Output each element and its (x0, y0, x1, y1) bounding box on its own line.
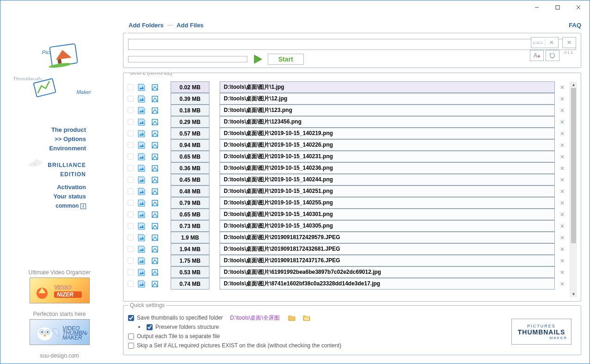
chk-skip-set[interactable] (128, 343, 134, 349)
row-checkbox[interactable] (127, 81, 134, 93)
row-checkbox[interactable] (127, 128, 134, 139)
row-checkbox[interactable] (127, 220, 134, 232)
settings-icon[interactable] (149, 243, 160, 255)
settings-icon[interactable] (149, 255, 160, 266)
preview-icon[interactable] (135, 220, 147, 232)
file-row[interactable]: 0.65 MBD:\tools\桌面\图片\2019-10-15_140231.… (127, 151, 568, 162)
file-row[interactable]: 1.9 MBD:\tools\桌面\图片\20190918172429579.J… (127, 232, 568, 243)
settings-icon[interactable] (149, 81, 160, 93)
row-delete-button[interactable]: ✕ (557, 266, 568, 278)
row-delete-button[interactable]: ✕ (557, 209, 568, 220)
file-row[interactable]: 0.45 MBD:\tools\桌面\图片\2019-10-15_140244.… (127, 174, 568, 185)
preview-icon[interactable] (135, 243, 147, 255)
clear-all-button[interactable]: ✕ (562, 37, 576, 48)
link-environment[interactable]: Environment (5, 144, 86, 153)
settings-icon[interactable] (149, 151, 160, 162)
scroll-up-icon[interactable]: ▲ (570, 81, 577, 88)
row-delete-button[interactable]: ✕ (557, 139, 568, 151)
row-checkbox[interactable] (127, 197, 134, 209)
scroll-thumb[interactable] (571, 88, 576, 243)
tab-add-folders[interactable]: Add Folders (127, 22, 166, 29)
row-checkbox[interactable] (127, 139, 134, 151)
file-row[interactable]: 0.02 MBD:\tools\桌面\图片\1.jpg✕ (127, 81, 568, 93)
close-button[interactable] (568, 2, 589, 12)
row-checkbox[interactable] (127, 162, 134, 174)
font-button[interactable]: AA (530, 50, 544, 61)
link-faq[interactable]: FAQ (569, 22, 581, 29)
minimize-button[interactable] (526, 2, 547, 12)
row-delete-button[interactable]: ✕ (557, 243, 568, 255)
folder-open-icon[interactable] (288, 315, 295, 321)
row-checkbox[interactable] (127, 116, 134, 128)
row-checkbox[interactable] (127, 232, 134, 243)
row-delete-button[interactable]: ✕ (557, 185, 568, 197)
file-row[interactable]: 0.39 MBD:\tools\桌面\图片\12.jpg✕ (127, 93, 568, 105)
preview-icon[interactable] (135, 232, 147, 243)
row-delete-button[interactable]: ✕ (557, 128, 568, 139)
file-row[interactable]: 0.94 MBD:\tools\桌面\图片\2019-10-15_140226.… (127, 139, 568, 151)
file-row[interactable]: 0.53 MBD:\tools\桌面\图片\61991992bea6be3897… (127, 266, 568, 278)
save-path[interactable]: D:\tools\桌面\全屏图 (230, 314, 279, 322)
settings-icon[interactable] (149, 139, 160, 151)
vtm-promo[interactable]: VIDEO THUMBNAILS MAKER (30, 319, 90, 345)
link-options[interactable]: >> Options (5, 135, 86, 144)
file-row[interactable]: 0.74 MBD:\tools\桌面\图片\8741e1602bf38c0a23… (127, 278, 568, 290)
preview-icon[interactable] (135, 209, 147, 220)
ptm-promo[interactable]: PICTURES THUMBNAILS MAKER (511, 319, 572, 345)
start-button[interactable]: Start (268, 54, 304, 65)
file-row[interactable]: 1.75 MBD:\tools\桌面\图片\20190918172437176.… (127, 255, 568, 266)
row-checkbox[interactable] (127, 243, 134, 255)
row-checkbox[interactable] (127, 266, 134, 278)
settings-icon[interactable] (149, 209, 160, 220)
row-delete-button[interactable]: ✕ (557, 278, 568, 290)
preview-icon[interactable] (135, 139, 147, 151)
settings-icon[interactable] (149, 185, 160, 197)
file-row[interactable]: 0.48 MBD:\tools\桌面\图片\2019-10-15_140251.… (127, 185, 568, 197)
row-checkbox[interactable] (127, 151, 134, 162)
row-checkbox[interactable] (127, 185, 134, 197)
link-product[interactable]: The product (5, 125, 86, 135)
row-checkbox[interactable] (127, 105, 134, 116)
file-row[interactable]: 0.79 MBD:\tools\桌面\图片\2019-10-15_140255.… (127, 197, 568, 209)
settings-icon[interactable] (149, 116, 160, 128)
preview-icon[interactable] (135, 278, 147, 290)
scrollbar[interactable]: ▲ ▼ (570, 81, 577, 297)
row-checkbox[interactable] (127, 174, 134, 185)
file-row[interactable]: 0.18 MBD:\tools\桌面\图片\123.png✕ (127, 105, 568, 116)
file-row[interactable]: 0.29 MBD:\tools\桌面\图片\123456.png✕ (127, 116, 568, 128)
link-activation[interactable]: Activation (5, 183, 86, 192)
row-delete-button[interactable]: ✕ (557, 151, 568, 162)
row-delete-button[interactable]: ✕ (557, 162, 568, 174)
site-url[interactable]: suu-design.com (29, 352, 91, 359)
row-delete-button[interactable]: ✕ (557, 105, 568, 116)
status-value[interactable]: common i (5, 201, 86, 210)
settings-icon[interactable] (149, 197, 160, 209)
chk-output-tile[interactable] (128, 333, 134, 339)
preview-icon[interactable] (135, 81, 147, 93)
chk-save-thumbs[interactable] (128, 315, 134, 321)
preview-icon[interactable] (135, 266, 147, 278)
settings-icon[interactable] (149, 162, 160, 174)
row-delete-button[interactable]: ✕ (557, 81, 568, 93)
settings-icon[interactable] (149, 93, 160, 105)
settings-icon[interactable] (149, 220, 160, 232)
settings-icon[interactable] (149, 128, 160, 139)
row-checkbox[interactable] (127, 209, 134, 220)
row-checkbox[interactable] (127, 278, 134, 290)
file-row[interactable]: 1.94 MBD:\tools\桌面\图片\20190918172432681.… (127, 243, 568, 255)
videonizer-promo[interactable]: VIDEO NIZER (30, 278, 90, 303)
path-input[interactable] (128, 39, 576, 50)
row-delete-button[interactable]: ✕ (557, 232, 568, 243)
preview-icon[interactable] (135, 151, 147, 162)
preview-icon[interactable] (135, 197, 147, 209)
preview-icon[interactable] (135, 116, 147, 128)
row-delete-button[interactable]: ✕ (557, 255, 568, 266)
row-delete-button[interactable]: ✕ (557, 220, 568, 232)
settings-icon[interactable] (149, 174, 160, 185)
preview-icon[interactable] (135, 93, 147, 105)
folder-icon[interactable] (303, 315, 310, 321)
preview-icon[interactable] (135, 105, 147, 116)
row-checkbox[interactable] (127, 255, 134, 266)
row-checkbox[interactable] (127, 93, 134, 105)
maximize-button[interactable] (547, 2, 568, 12)
